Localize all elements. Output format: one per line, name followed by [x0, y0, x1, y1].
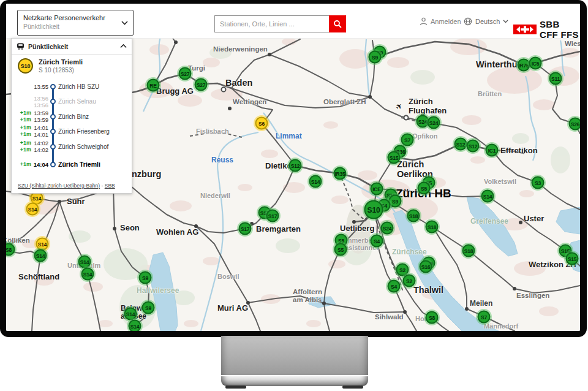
line-badge-s5[interactable]: S5 — [334, 243, 347, 256]
train-subtitle: S 10 (12853) — [39, 67, 83, 74]
stop-row: +1m +1m13:59 13:59Zürich Binz — [12, 109, 132, 124]
line-badge-s4[interactable]: S4 — [388, 280, 401, 293]
map-label: Opfikon — [412, 132, 438, 140]
line-badge-s12[interactable]: S12 — [467, 140, 480, 153]
stop-row: +1m14:04Zürich Triemli — [12, 154, 132, 174]
map-label: Niederwil — [200, 192, 230, 199]
monitor-stand-base — [221, 375, 368, 386]
line-badge-s10[interactable]: S10 — [364, 200, 383, 219]
stop-dot-icon — [50, 162, 56, 167]
map-label: Meilen — [470, 300, 492, 308]
stop-dot-icon — [50, 99, 56, 104]
map-label: Sihlwald — [375, 313, 404, 321]
login-button[interactable]: Anmelden — [420, 16, 461, 27]
line-badge-s16[interactable]: S16 — [420, 260, 432, 273]
language-button[interactable]: Deutsch — [464, 16, 508, 27]
map-label: Uster — [524, 214, 544, 224]
line-badge-s14[interactable]: S14 — [124, 308, 137, 321]
map-label: Seon — [120, 224, 140, 233]
stop-name: Zürich Triemli — [57, 161, 132, 168]
line-badge-s14[interactable]: S14 — [309, 175, 322, 188]
line-badge-s14[interactable]: S14 — [81, 268, 94, 281]
station-dot — [268, 53, 271, 56]
line-badge-s12[interactable]: S12 — [289, 159, 302, 172]
search-input[interactable] — [214, 15, 329, 32]
station-dot — [465, 307, 469, 311]
line-badge-s14[interactable]: S14 — [34, 249, 47, 262]
line-badge-s7[interactable]: S7 — [401, 134, 414, 146]
stop-name: Zürich HB SZU — [57, 83, 132, 90]
sbb-link[interactable]: SBB — [105, 183, 115, 189]
line-badge-s7[interactable]: S7 — [478, 311, 491, 324]
line-badge-s4[interactable]: S4 — [371, 235, 383, 248]
line-badge-s26[interactable]: S26 — [569, 118, 581, 131]
line-badge-s9[interactable]: S9 — [142, 302, 155, 314]
station-dot — [322, 302, 326, 305]
operator-link[interactable]: SZU (Sihltal-Zürich-Uetliberg-Bahn) — [18, 183, 100, 189]
station-dot — [58, 200, 61, 203]
stop-node — [48, 129, 57, 134]
line-badge-s18[interactable]: S18 — [407, 210, 420, 222]
map-label: Thalwil — [413, 285, 443, 295]
map-label: Hallwilersee — [137, 287, 179, 295]
stop-time: 13:59 13:59 — [31, 110, 48, 123]
stop-row: 13:56 13:56Zürich Selnau — [12, 94, 132, 109]
line-badge-s9[interactable]: S9 — [369, 51, 382, 64]
line-badge-s15[interactable]: S15 — [566, 252, 579, 265]
map-label: Esslingen — [516, 292, 549, 300]
stop-time: 14:01 14:01 — [31, 124, 48, 138]
line-badge-s18[interactable]: S18 — [462, 245, 475, 257]
stop-delay: +1m +1m — [17, 124, 31, 138]
stop-name: Zürich Selnau — [57, 98, 132, 105]
line-badge-ir35[interactable]: IR35 — [334, 167, 347, 180]
line-badge-s9[interactable]: S9 — [389, 195, 402, 208]
line-badge-s18[interactable]: S18 — [426, 221, 439, 233]
line-badge-s24[interactable]: S24 — [428, 116, 440, 129]
line-badge-s9[interactable]: S9 — [139, 271, 152, 284]
line-badge-s5[interactable]: S5 — [418, 182, 431, 195]
line-badge-ice[interactable]: ICE — [371, 183, 383, 196]
line-badge-ic5[interactable]: IC5 — [529, 57, 542, 70]
stop-time: 14:02 14:02 — [31, 140, 48, 153]
stop-name: Zürich Schweighof — [57, 143, 132, 150]
line-badge-s14[interactable]: S14 — [26, 203, 39, 216]
line-badge-s14[interactable]: S14 — [78, 256, 91, 268]
line-badge-s8[interactable]: S8 — [426, 311, 439, 324]
topbar: Netzkarte Personenverkehr Pünktlichkeit — [6, 4, 580, 39]
station-dot — [519, 221, 522, 224]
line-badge-s11[interactable]: S11 — [549, 72, 562, 85]
map-label: Winterthur — [476, 59, 521, 69]
person-icon — [420, 17, 428, 26]
map-label: Boswil — [217, 273, 239, 280]
line-badge-s24[interactable]: S24 — [381, 222, 394, 235]
screen: NiederweningenTurgiBrugg AGBadenWettinge… — [6, 4, 580, 331]
line-badge-s14[interactable]: S14 — [129, 320, 141, 332]
line-badge-s17[interactable]: S17 — [239, 222, 252, 235]
map-label: Männedorf — [484, 322, 518, 330]
line-badge-s17[interactable]: S17 — [266, 210, 279, 222]
line-badge-s2[interactable]: S2 — [403, 275, 416, 287]
line-badge-ic1[interactable]: IC1 — [486, 144, 499, 157]
stop-node — [48, 99, 57, 104]
line-badge-re[interactable]: RE — [147, 79, 160, 92]
layer-select-dropdown[interactable]: Netzkarte Personenverkehr Pünktlichkeit — [17, 10, 134, 36]
line-badge-s14[interactable]: S14 — [481, 190, 494, 203]
search-button[interactable] — [329, 15, 346, 32]
station-dot — [113, 227, 116, 230]
line-badge-ir75[interactable]: IR75 — [518, 59, 530, 72]
line-badge-s27[interactable]: S27 — [179, 67, 192, 80]
stop-name: Zürich Binz — [57, 113, 132, 120]
train-line-badge: S10 — [18, 58, 33, 74]
line-badge-s6[interactable]: S6 — [255, 117, 268, 130]
stop-dot-icon — [50, 84, 56, 89]
line-badge-s27[interactable]: S27 — [195, 78, 208, 91]
line-badge-s12[interactable]: S12 — [454, 138, 467, 151]
map-label: Brütten — [478, 90, 502, 97]
line-badge-s15[interactable]: S15 — [388, 151, 401, 164]
chevron-up-icon[interactable] — [120, 44, 127, 48]
map-label: Brugg AG — [156, 87, 194, 96]
line-badge-s3[interactable]: S3 — [532, 177, 545, 189]
line-badge-s14[interactable]: S14 — [36, 238, 49, 251]
panel-footer: SZU (Sihltal-Zürich-Uetliberg-Bahn) - SB… — [18, 183, 115, 189]
map-label: Niederweningen — [213, 45, 268, 53]
